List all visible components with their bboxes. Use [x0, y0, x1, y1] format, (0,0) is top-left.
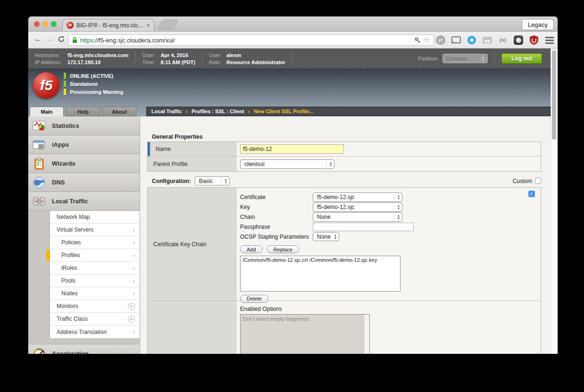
json-braces-icon[interactable]: {≡}: [498, 35, 508, 45]
pocket-icon[interactable]: [482, 35, 492, 45]
tab-about[interactable]: About: [102, 107, 136, 117]
submenu-label: Profiles: [61, 252, 80, 259]
tab-main[interactable]: Main: [30, 107, 64, 117]
submenu-virtual-servers[interactable]: Virtual Servers›: [50, 224, 140, 236]
breadcrumb-profiles[interactable]: Profiles : SSL : Client: [192, 108, 244, 114]
globe-icon: [32, 175, 46, 190]
partition-select[interactable]: Common: [442, 54, 488, 63]
passphrase-input[interactable]: [313, 223, 414, 231]
active-indicator: [46, 250, 50, 260]
bookmark-star-icon[interactable]: ☆: [424, 36, 430, 44]
listbox-scrollbar[interactable]: [364, 315, 369, 354]
logout-button[interactable]: Log out: [501, 53, 542, 64]
add-button[interactable]: Add: [240, 245, 263, 253]
status-online: ONLINE (ACTIVE): [64, 73, 123, 79]
new-tab-button[interactable]: [158, 20, 178, 29]
sidebar-item-label: Acceleration: [52, 350, 89, 354]
plus-circle-icon[interactable]: +: [128, 303, 135, 310]
submenu-label: Nodes: [61, 290, 78, 297]
gauge-icon: [32, 347, 46, 354]
divider: [292, 52, 292, 65]
name-input[interactable]: [240, 144, 344, 154]
select-stepper-icon: [482, 56, 484, 61]
breadcrumb-local-traffic[interactable]: Local Traffic: [151, 108, 182, 114]
sidebar-item-iapps[interactable]: iApps: [28, 135, 140, 154]
submenu-traffic-class[interactable]: Traffic Class+: [50, 313, 140, 325]
sync-icon[interactable]: ⇄: [435, 35, 446, 45]
replace-button[interactable]: Replace: [267, 245, 299, 253]
close-window-button[interactable]: [34, 21, 40, 27]
submenu-address-translation[interactable]: Address Translation›: [50, 325, 140, 338]
chevron-right-icon: ›: [133, 290, 135, 297]
extension-row: ⇄ {≡}: [435, 34, 555, 46]
submenu-label: Monitors: [57, 303, 78, 309]
submenu-irules[interactable]: iRules›: [50, 262, 140, 275]
submenu-label: Policies: [61, 239, 81, 246]
certificate-select[interactable]: f5-demo-12.sjc: [313, 192, 402, 202]
desktop-background: f5 BIG-IP® - f5-eng.mtv.cloud × Legacy ←…: [0, 0, 584, 392]
minimize-window-button[interactable]: [42, 21, 48, 27]
chain-select[interactable]: None: [313, 212, 402, 222]
configuration-select[interactable]: Basic: [195, 176, 230, 185]
chevron-right-icon: ›: [133, 277, 135, 284]
blue-ring-icon[interactable]: [467, 35, 477, 45]
back-icon[interactable]: ←: [34, 34, 42, 44]
enabled-option-item[interactable]: Don't insert empty fragments: [243, 316, 309, 322]
submenu-monitors[interactable]: Monitors+: [50, 300, 140, 313]
key-value: f5-demo-12.sjc: [317, 204, 354, 210]
enabled-options-listbox[interactable]: Don't insert empty fragments: [240, 314, 370, 354]
forward-icon[interactable]: →: [46, 34, 54, 44]
parent-profile-row: Parent Profile clientssl: [148, 157, 541, 171]
chevron-right-icon: ›: [133, 265, 135, 272]
submenu-network-map[interactable]: Network Map: [50, 211, 140, 224]
sidebar-item-label: Wizards: [52, 160, 75, 167]
sidebar: Statistics iApps Wizards DNS: [28, 117, 140, 354]
cast-icon[interactable]: [451, 35, 461, 45]
tab-close-icon[interactable]: ×: [146, 22, 150, 29]
plus-circle-icon[interactable]: +: [128, 316, 135, 323]
custom-checkbox[interactable]: [535, 178, 541, 184]
tab-help[interactable]: Help: [66, 107, 100, 117]
cert-key-chain-item[interactable]: /Common/f5-demo-12.sjc.crt /Common/f5-de…: [242, 257, 377, 263]
ocsp-field: OCSP Stapling Parameters None: [240, 232, 541, 242]
custom-row-checkbox-checked[interactable]: ✓: [528, 191, 535, 197]
cert-key-chain-listbox[interactable]: /Common/f5-demo-12.sjc.crt /Common/f5-de…: [240, 256, 400, 292]
submenu-policies[interactable]: Policies›: [50, 236, 140, 249]
submenu-profiles[interactable]: Profiles›: [50, 249, 140, 262]
sidebar-item-acceleration[interactable]: Acceleration: [28, 344, 140, 354]
sidebar-item-wizards[interactable]: Wizards: [28, 154, 140, 173]
zoom-window-button[interactable]: [51, 21, 57, 27]
partition-label: Partition:: [418, 56, 439, 61]
certificate-key-chain-label: Certificate Key Chain: [148, 188, 236, 300]
legacy-button[interactable]: Legacy: [522, 19, 554, 30]
sidebar-item-statistics[interactable]: Statistics: [28, 117, 140, 135]
date-block: Date:Apr 4, 2016 Time:8:11 AM (PDT): [135, 52, 202, 65]
ocsp-select[interactable]: None: [313, 232, 339, 241]
url-rest: ://f5-eng.sjc.cloudera.com/xui/: [93, 37, 175, 44]
sidebar-item-dns[interactable]: DNS: [28, 173, 140, 192]
page-scrollbar[interactable]: [551, 49, 558, 354]
parent-profile-select[interactable]: clientssl: [240, 159, 334, 169]
ublock-shield-icon[interactable]: [529, 35, 539, 45]
status-label: Standalone: [70, 81, 98, 87]
menu-icon[interactable]: [544, 35, 555, 45]
reload-icon[interactable]: [58, 35, 65, 45]
padlock-icon: [72, 37, 77, 43]
submenu-label: Pools: [61, 277, 75, 284]
status-label: ONLINE (ACTIVE): [70, 73, 113, 79]
dark-extension-icon[interactable]: [513, 35, 524, 45]
ip-label: IP Address:: [35, 59, 65, 65]
certificate-label: Certificate: [240, 194, 313, 200]
submenu-nodes[interactable]: Nodes›: [50, 287, 140, 300]
password-key-icon[interactable]: [415, 37, 421, 43]
browser-tab[interactable]: f5 BIG-IP® - f5-eng.mtv.cloud ×: [62, 19, 154, 31]
address-bar[interactable]: https://f5-eng.sjc.cloudera.com/xui/ ☆: [68, 34, 434, 46]
submenu-label: Address Translation: [57, 329, 107, 335]
system-info-bar: Hostname:f5-eng.mtv.cloudera.com IP Addr…: [28, 49, 551, 68]
breadcrumb-separator: »: [248, 108, 250, 114]
key-select[interactable]: f5-demo-12.sjc: [313, 202, 402, 212]
sidebar-item-local-traffic[interactable]: Local Traffic: [28, 192, 140, 211]
submenu-pools[interactable]: Pools›: [50, 275, 140, 287]
submenu-label: Network Map: [57, 214, 90, 220]
scrollbar-thumb[interactable]: [552, 50, 556, 140]
